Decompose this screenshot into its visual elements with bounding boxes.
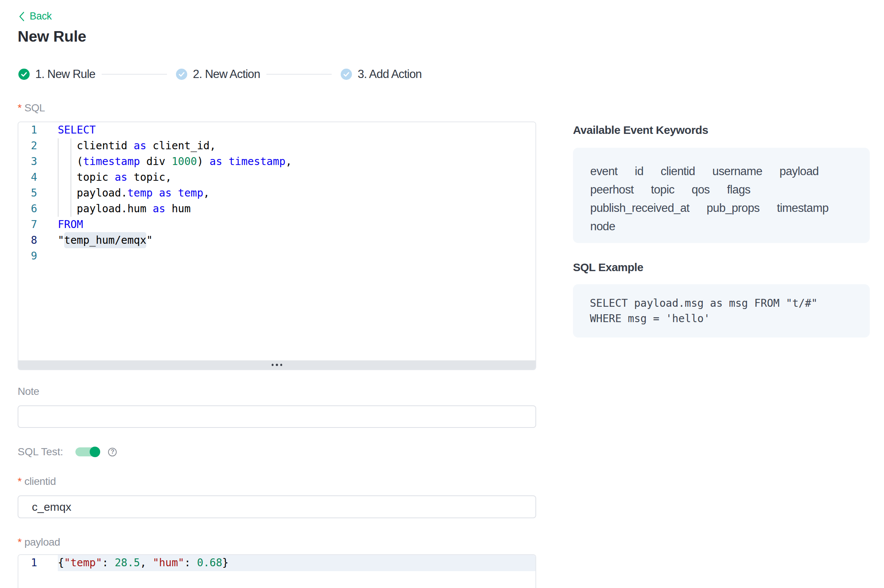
toggle-knob (90, 447, 100, 457)
sql-field-label: SQL (18, 102, 45, 114)
keyword-username[interactable]: username (712, 162, 762, 180)
step-connector (102, 74, 167, 75)
keyword-pub_props[interactable]: pub_props (707, 199, 759, 217)
new-rule-page: Back New Rule 1. New Rule 2. New Action (0, 0, 884, 588)
clientid-input[interactable] (18, 495, 536, 518)
back-button[interactable]: Back (18, 10, 52, 22)
step-3-label[interactable]: 3. Add Action (358, 68, 422, 81)
keyword-publish_received_at[interactable]: publish_received_at (590, 199, 689, 217)
payload-editor-code[interactable]: {"temp": 28.5, "hum": 0.68} (58, 555, 535, 571)
sql-example-line: SELECT payload.msg as msg FROM "t/#" (590, 296, 853, 311)
keyword-topic[interactable]: topic (651, 180, 674, 199)
stepper: 1. New Rule 2. New Action 3. Add Action (18, 69, 537, 80)
keyword-qos[interactable]: qos (692, 180, 710, 199)
step-1-check-icon (18, 69, 30, 80)
payload-editor-line-numbers: 1 (18, 555, 37, 571)
sql-editor-code[interactable]: SELECT clientid as client_id, (timestamp… (58, 122, 535, 264)
sql-example-title: SQL Example (573, 261, 643, 274)
payload-field-label: payload (18, 536, 60, 548)
step-2-label[interactable]: 2. New Action (193, 68, 260, 81)
step-3-check-icon (341, 69, 352, 80)
sql-example-line: WHERE msg = 'hello' (590, 311, 853, 326)
keyword-node[interactable]: node (590, 217, 615, 236)
step-1-label[interactable]: 1. New Rule (35, 68, 95, 81)
chevron-left-icon (18, 11, 26, 22)
step-2-check-icon (176, 69, 187, 80)
sql-test-label: SQL Test: (18, 446, 63, 458)
keyword-payload[interactable]: payload (780, 162, 819, 180)
sql-test-toggle[interactable] (75, 447, 97, 456)
sql-example-panel: SELECT payload.msg as msg FROM "t/#"WHER… (573, 284, 870, 338)
sql-code-editor[interactable]: 123456789 SELECT clientid as client_id, … (18, 122, 536, 370)
step-connector (266, 74, 332, 75)
keyword-timestamp[interactable]: timestamp (777, 199, 828, 217)
note-field-label: Note (18, 386, 39, 398)
keywords-panel-title: Available Event Keywords (573, 124, 708, 136)
help-column: Available Event Keywords eventidclientid… (573, 0, 870, 588)
keywords-panel: eventidclientidusernamepayloadpeerhostto… (573, 148, 870, 243)
editor-resize-handle[interactable] (18, 360, 535, 369)
keyword-flags[interactable]: flags (727, 180, 750, 199)
payload-code-editor[interactable]: 1 {"temp": 28.5, "hum": 0.68} (18, 554, 536, 588)
page-title: New Rule (18, 28, 86, 45)
note-input[interactable] (18, 405, 536, 428)
resize-dot (276, 364, 278, 366)
back-label: Back (30, 10, 52, 22)
keyword-event[interactable]: event (590, 162, 618, 180)
sql-editor-line-numbers: 123456789 (18, 122, 37, 264)
keyword-clientid[interactable]: clientid (661, 162, 695, 180)
main-form-column: Back New Rule 1. New Rule 2. New Action (18, 0, 536, 588)
help-icon[interactable]: ? (108, 448, 117, 456)
sql-test-row: SQL Test: ? (18, 446, 117, 458)
resize-dot (280, 364, 283, 366)
keyword-peerhost[interactable]: peerhost (590, 180, 634, 199)
clientid-field-label: clientid (18, 476, 56, 488)
resize-dot (272, 364, 274, 366)
keyword-id[interactable]: id (635, 162, 643, 180)
